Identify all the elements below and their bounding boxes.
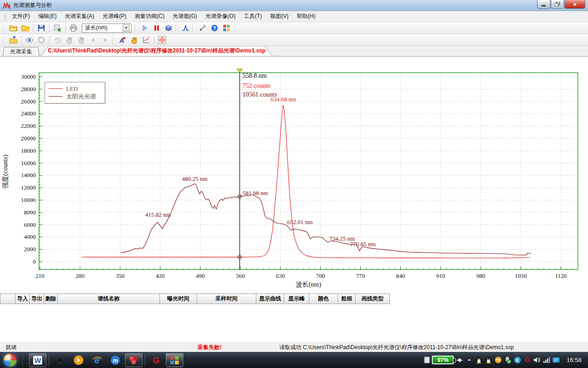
annotate-button[interactable]: A [117,35,128,45]
taskbar-internet-explorer-button[interactable]: e [88,353,106,367]
word-icon: W [32,355,43,366]
taskbar-clock[interactable]: 16:58 [566,356,582,363]
svg-text:1120: 1120 [555,272,567,279]
cursor-handle[interactable] [237,69,243,72]
qq-penguin-icon[interactable] [475,356,483,364]
toolbar-grip [3,24,5,32]
pan-down-button[interactable] [76,35,87,45]
peak-label: 581.98 nm [243,190,268,196]
taskbar-qq-button[interactable] [125,353,142,367]
layers-icon [164,24,173,32]
menu-bar: 文件(F)编辑(E)光谱采集(A)光谱峰(P)测量功能(C)光谱图(G)光谱录像… [0,11,588,22]
hand-tool-button[interactable] [129,35,140,45]
svg-text:14000: 14000 [21,172,36,178]
folder-export-button[interactable] [8,35,19,45]
menu-item-8[interactable]: 视图(V) [266,11,293,22]
pause-button[interactable] [151,23,162,33]
volume-icon[interactable] [532,356,541,364]
new-folder-button[interactable] [20,23,31,33]
qq-penguin-icon-2[interactable] [484,356,493,364]
internet-explorer-icon: e [91,355,102,366]
show-hidden-icons-button[interactable] [465,356,474,364]
taskbar-media-player-button[interactable] [70,353,87,367]
restore-button[interactable] [551,0,564,9]
start-button[interactable] [3,353,17,368]
menu-item-2[interactable]: 光谱采集(A) [61,11,98,22]
stop-button[interactable] [36,35,47,45]
menu-item-7[interactable]: 工具(T) [240,11,266,22]
taskbar-maxthon-button[interactable]: m [107,353,124,367]
color-grid-button[interactable] [221,23,232,33]
menu-item-0[interactable]: 文件(F) [8,11,34,22]
chart-panel[interactable]: 2102803504204905606307007708409109801050… [0,57,588,293]
svg-text:4000: 4000 [24,233,36,240]
print-button[interactable] [68,23,79,33]
refresh-button[interactable] [52,35,63,45]
layers-button[interactable] [163,23,174,33]
legend-label: 太阳光光谱 [66,92,96,101]
sogou-icon[interactable] [494,356,503,364]
view-button[interactable] [24,35,35,45]
ime-icon[interactable] [552,356,560,364]
col-header-rownum [0,294,16,304]
back-button[interactable] [88,35,99,45]
svg-text:?: ? [213,25,216,31]
tab-demo1-file[interactable]: C:\Users\ThinkPad\Desktop\光纤光谱仪\程序修改2011… [40,46,273,56]
taskbar-grip[interactable] [22,354,25,366]
pan-up-button[interactable] [64,35,75,45]
svg-text:10000: 10000 [21,196,36,203]
power-plug-icon[interactable] [455,356,464,364]
help-button[interactable]: ? [209,23,220,33]
tab-spectrum-capture[interactable]: 光谱采集 [3,46,40,56]
chevron-down-icon[interactable]: ▼ [123,24,130,32]
crosshair-zoom-button[interactable] [157,35,168,45]
usb-safe-remove-icon[interactable] [503,356,512,364]
chart-scale-button[interactable] [141,35,152,45]
col-header-8: 显示峰 [284,294,309,304]
menu-item-1[interactable]: 编辑(E) [34,11,61,22]
svg-text:24000: 24000 [21,110,36,117]
app-logo-icon [3,2,11,9]
wavelength-combobox[interactable]: 波长(nm) ▼ [82,23,131,33]
taskbar-word-button[interactable]: W [29,353,46,367]
menu-item-5[interactable]: 光谱图(G) [169,11,201,22]
col-header-7: 显示曲线 [256,294,284,304]
svg-text:770: 770 [356,272,365,279]
svg-text:910: 910 [436,272,446,279]
menu-item-9[interactable]: 帮助(H) [293,11,320,22]
taskbar-g-player-button[interactable]: G [147,353,165,367]
svg-text:840: 840 [396,272,405,279]
color-grid-icon [222,24,231,32]
taskbar-spectrum-app-button[interactable] [166,353,183,367]
minimize-button[interactable] [537,0,550,9]
help-icon: ? [210,24,219,32]
menu-item-4[interactable]: 测量功能(C) [130,11,169,22]
col-header-3: 删除 [44,294,58,304]
open-folder-icon [9,24,17,32]
forward-button[interactable] [100,35,111,45]
close-button[interactable]: ✕ [565,0,585,9]
peak-detect-button[interactable] [180,23,191,33]
svg-text:30000: 30000 [21,73,36,80]
svg-text:G: G [153,356,160,365]
window-title: 光谱测量与分析 [13,1,52,9]
peak-label: 480.25 nm [182,175,208,182]
tools-button[interactable] [197,23,208,33]
system-tray: 97% K G 16:58 [422,352,588,368]
status-capture-failed-text: 采集失败! [198,344,221,351]
application-window: 光谱测量与分析 ✕ 文件(F)编辑(E)光谱采集(A)光谱峰(P)测量功能(C)… [0,0,588,368]
kugou-icon[interactable]: K [513,356,522,364]
battery-indicator[interactable]: 97% [432,356,454,364]
play-button[interactable] [139,23,150,33]
export-excel-button[interactable] [52,23,63,33]
save-button[interactable] [36,23,47,33]
open-file-button[interactable] [8,23,19,33]
legend-line-swatch [49,96,62,97]
g-player-tray-icon[interactable]: G [523,356,531,364]
menu-item-3[interactable]: 光谱峰(P) [98,11,130,22]
network-signal-icon[interactable] [542,356,551,364]
taskbar-presentation-button[interactable] [51,353,69,367]
menu-item-6[interactable]: 光谱录像(O) [201,11,239,22]
svg-text:12000: 12000 [21,184,36,191]
tray-document-icon[interactable] [423,356,431,364]
